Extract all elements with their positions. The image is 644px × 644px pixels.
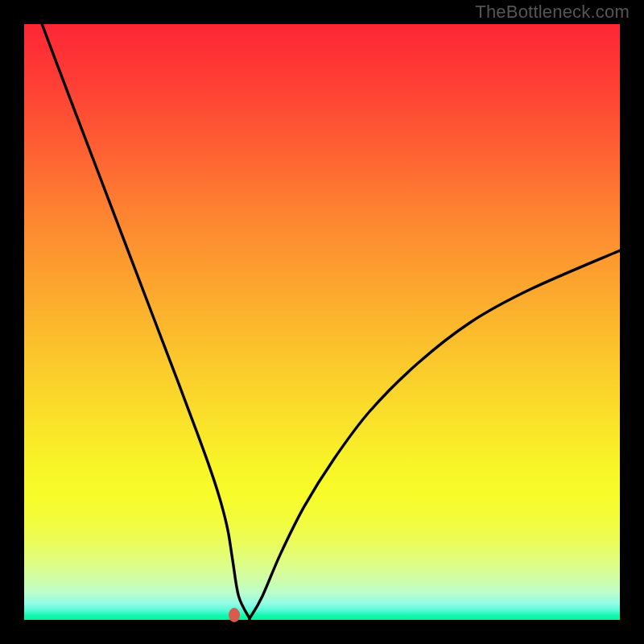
attribution-text: TheBottleneck.com — [475, 2, 630, 23]
marker-dot — [229, 608, 240, 622]
bottleneck-curve — [42, 24, 620, 620]
chart-container: TheBottleneck.com — [0, 0, 644, 644]
plot-area — [24, 24, 620, 620]
curve-layer — [24, 24, 620, 620]
